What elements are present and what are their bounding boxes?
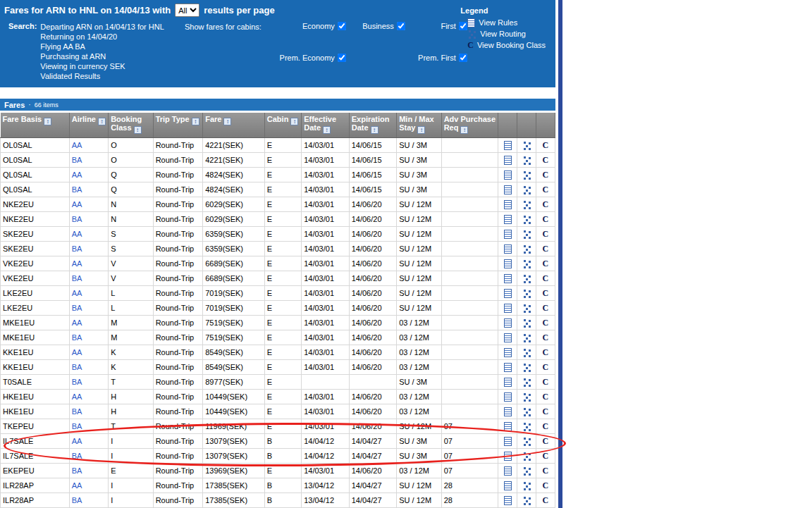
view-routing-icon[interactable] (522, 378, 531, 387)
view-booking-class-icon[interactable]: C (543, 466, 549, 476)
sort-icon[interactable]: ↕ (44, 118, 51, 125)
sort-icon[interactable]: ↕ (192, 118, 199, 125)
airline-link[interactable]: BA (72, 422, 82, 430)
airline-link[interactable]: BA (72, 466, 82, 475)
sort-icon[interactable]: ↕ (417, 126, 425, 134)
airline-link[interactable]: AA (72, 200, 82, 209)
view-booking-class-icon[interactable]: C (543, 171, 549, 180)
column-header-fare-basis[interactable]: Fare Basis↕ (1, 113, 70, 137)
sort-icon[interactable]: ↕ (460, 126, 468, 134)
view-booking-class-icon[interactable]: C (543, 333, 549, 342)
view-routing-icon[interactable] (522, 348, 531, 357)
airline-link[interactable]: AA (72, 481, 82, 490)
airline-link[interactable]: AA (72, 171, 82, 179)
view-rules-icon[interactable] (504, 481, 512, 490)
airline-link[interactable]: AA (72, 437, 82, 445)
view-routing-icon[interactable] (522, 215, 531, 224)
view-rules-icon[interactable] (504, 304, 512, 313)
view-booking-class-icon[interactable]: C (543, 422, 549, 431)
airline-link[interactable]: AA (72, 230, 82, 238)
view-booking-class-icon[interactable]: C (543, 200, 549, 209)
airline-link[interactable]: BA (72, 215, 82, 223)
column-header-booking-class[interactable]: Booking Class↕ (109, 113, 153, 137)
view-booking-class-icon[interactable]: C (543, 274, 549, 283)
sort-icon[interactable]: ↕ (134, 126, 142, 134)
view-rules-icon[interactable] (504, 230, 512, 239)
cabin-business-checkbox[interactable] (397, 22, 405, 30)
view-routing-icon[interactable] (522, 452, 531, 461)
column-header-min-max-stay[interactable]: Min / Max Stay↕ (397, 113, 441, 137)
airline-link[interactable]: AA (72, 141, 82, 149)
airline-link[interactable]: BA (72, 407, 82, 416)
view-rules-icon[interactable] (504, 141, 512, 150)
airline-link[interactable]: BA (72, 244, 82, 253)
view-booking-class-icon[interactable]: C (543, 215, 549, 224)
view-routing-icon[interactable] (522, 274, 531, 283)
view-routing-icon[interactable] (522, 481, 531, 490)
view-routing-icon[interactable] (522, 244, 531, 254)
view-rules-icon[interactable] (504, 437, 512, 446)
view-routing-icon[interactable] (522, 333, 531, 342)
view-booking-class-icon[interactable]: C (543, 156, 549, 165)
airline-link[interactable]: BA (72, 363, 82, 371)
column-header-effective-date[interactable]: Effective Date↕ (302, 113, 350, 137)
view-booking-class-icon[interactable]: C (543, 141, 549, 150)
view-routing-icon[interactable] (522, 392, 531, 402)
view-rules-icon[interactable] (504, 392, 512, 402)
airline-link[interactable]: AA (72, 259, 82, 268)
airline-link[interactable]: AA (72, 318, 82, 327)
airline-link[interactable]: BA (72, 378, 82, 386)
view-routing-icon[interactable] (522, 466, 531, 476)
view-booking-class-icon[interactable]: C (543, 185, 549, 194)
view-booking-class-icon[interactable]: C (543, 230, 549, 239)
view-routing-icon[interactable] (522, 363, 531, 372)
sort-icon[interactable]: ↕ (290, 118, 298, 125)
airline-link[interactable]: AA (72, 348, 82, 357)
view-routing-icon[interactable] (522, 200, 531, 209)
view-rules-icon[interactable] (504, 200, 512, 209)
view-rules-icon[interactable] (504, 318, 512, 328)
sort-icon[interactable]: ↕ (371, 126, 379, 134)
airline-link[interactable]: AA (72, 392, 82, 401)
view-rules-icon[interactable] (504, 289, 512, 298)
results-per-page-select[interactable]: All (175, 4, 199, 17)
view-routing-icon[interactable] (522, 304, 531, 313)
view-rules-icon[interactable] (504, 466, 512, 476)
view-routing-icon[interactable] (522, 171, 531, 180)
airline-link[interactable]: BA (72, 333, 82, 342)
view-rules-icon[interactable] (504, 422, 512, 431)
view-booking-class-icon[interactable]: C (543, 378, 549, 387)
column-header-airline[interactable]: Airline↕ (69, 113, 108, 137)
view-booking-class-icon[interactable]: C (543, 259, 549, 268)
column-header-trip-type[interactable]: Trip Type↕ (153, 113, 203, 137)
column-header-adv-purchase-req[interactable]: Adv Purchase Req↕ (441, 113, 498, 137)
view-booking-class-icon[interactable]: C (543, 244, 549, 254)
view-rules-icon[interactable] (504, 378, 512, 387)
airline-link[interactable]: BA (72, 185, 82, 194)
view-rules-icon[interactable] (504, 348, 512, 357)
view-routing-icon[interactable] (522, 437, 531, 446)
view-routing-icon[interactable] (522, 156, 531, 165)
view-rules-icon[interactable] (504, 452, 512, 461)
sort-icon[interactable]: ↕ (323, 126, 331, 134)
airline-link[interactable]: BA (72, 156, 82, 164)
view-routing-icon[interactable] (522, 318, 531, 328)
view-booking-class-icon[interactable]: C (543, 481, 549, 490)
view-booking-class-icon[interactable]: C (543, 363, 549, 372)
view-rules-icon[interactable] (504, 185, 512, 194)
airline-link[interactable]: AA (72, 289, 82, 297)
view-booking-class-icon[interactable]: C (543, 304, 549, 313)
view-routing-icon[interactable] (522, 407, 531, 416)
view-booking-class-icon[interactable]: C (543, 348, 549, 357)
view-routing-icon[interactable] (522, 496, 531, 505)
view-booking-class-icon[interactable]: C (543, 289, 549, 298)
view-booking-class-icon[interactable]: C (543, 452, 549, 461)
view-routing-icon[interactable] (522, 259, 531, 268)
column-header-cabin[interactable]: Cabin↕ (264, 113, 301, 137)
cabin-prem-economy-checkbox[interactable] (338, 54, 346, 62)
view-rules-icon[interactable] (504, 259, 512, 268)
column-header-fare[interactable]: Fare↕ (203, 113, 265, 137)
view-rules-icon[interactable] (504, 215, 512, 224)
view-booking-class-icon[interactable]: C (543, 496, 549, 505)
view-booking-class-icon[interactable]: C (543, 437, 549, 446)
